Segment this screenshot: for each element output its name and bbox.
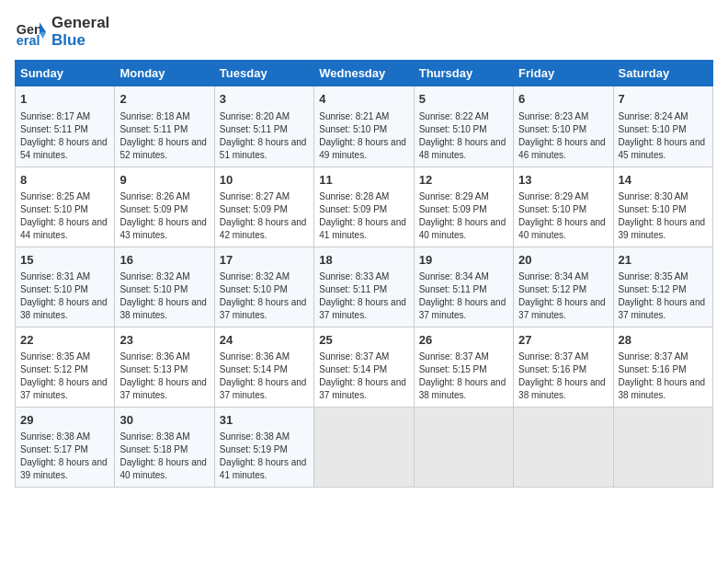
logo-line2: Blue xyxy=(51,32,109,50)
day-number: 8 xyxy=(20,172,109,189)
sunset-label: Sunset: 5:14 PM xyxy=(319,364,387,374)
sunset-label: Sunset: 5:12 PM xyxy=(619,284,687,294)
calendar-cell: 20 Sunrise: 8:34 AM Sunset: 5:12 PM Dayl… xyxy=(514,247,613,327)
sunrise-label: Sunrise: 8:38 AM xyxy=(119,431,189,442)
calendar-cell: 2 Sunrise: 8:18 AM Sunset: 5:11 PM Dayli… xyxy=(115,86,214,167)
sunrise-label: Sunrise: 8:34 AM xyxy=(419,271,489,282)
daylight-label: Daylight: 8 hours and 42 minutes. xyxy=(220,217,307,240)
sunrise-label: Sunrise: 8:32 AM xyxy=(220,271,290,282)
sunrise-label: Sunrise: 8:31 AM xyxy=(20,271,90,282)
sunset-label: Sunset: 5:10 PM xyxy=(419,124,487,134)
sunrise-label: Sunrise: 8:26 AM xyxy=(119,191,189,201)
calendar-cell: 8 Sunrise: 8:25 AM Sunset: 5:10 PM Dayli… xyxy=(16,167,115,247)
sunrise-label: Sunrise: 8:29 AM xyxy=(518,191,588,201)
sunset-label: Sunset: 5:10 PM xyxy=(619,204,687,214)
day-number: 15 xyxy=(20,252,109,269)
sunrise-label: Sunrise: 8:28 AM xyxy=(319,191,389,201)
calendar-cell: 5 Sunrise: 8:22 AM Sunset: 5:10 PM Dayli… xyxy=(414,86,513,167)
calendar-week-2: 8 Sunrise: 8:25 AM Sunset: 5:10 PM Dayli… xyxy=(16,167,713,247)
daylight-label: Daylight: 8 hours and 38 minutes. xyxy=(20,297,108,320)
calendar-cell: 25 Sunrise: 8:37 AM Sunset: 5:14 PM Dayl… xyxy=(314,327,414,407)
day-number: 19 xyxy=(419,252,508,269)
sunrise-label: Sunrise: 8:34 AM xyxy=(518,271,588,282)
day-number: 5 xyxy=(419,91,508,108)
day-number: 4 xyxy=(319,91,408,108)
calendar-week-5: 29 Sunrise: 8:38 AM Sunset: 5:17 PM Dayl… xyxy=(16,408,713,488)
sunset-label: Sunset: 5:09 PM xyxy=(220,204,288,214)
sunrise-label: Sunrise: 8:37 AM xyxy=(518,351,588,362)
calendar-cell: 14 Sunrise: 8:30 AM Sunset: 5:10 PM Dayl… xyxy=(613,167,712,247)
sunset-label: Sunset: 5:19 PM xyxy=(220,444,288,454)
calendar-cell: 22 Sunrise: 8:35 AM Sunset: 5:12 PM Dayl… xyxy=(16,327,115,407)
day-number: 1 xyxy=(20,91,109,108)
calendar-week-3: 15 Sunrise: 8:31 AM Sunset: 5:10 PM Dayl… xyxy=(16,247,713,327)
calendar-cell: 10 Sunrise: 8:27 AM Sunset: 5:09 PM Dayl… xyxy=(214,167,313,247)
calendar-cell: 4 Sunrise: 8:21 AM Sunset: 5:10 PM Dayli… xyxy=(314,86,414,167)
daylight-label: Daylight: 8 hours and 43 minutes. xyxy=(119,217,207,240)
daylight-label: Daylight: 8 hours and 37 minutes. xyxy=(619,297,706,320)
header-wednesday: Wednesday xyxy=(314,61,414,86)
daylight-label: Daylight: 8 hours and 39 minutes. xyxy=(20,457,108,480)
day-number: 12 xyxy=(419,172,508,189)
calendar-table: SundayMondayTuesdayWednesdayThursdayFrid… xyxy=(15,60,713,488)
header-friday: Friday xyxy=(514,61,613,86)
calendar-week-1: 1 Sunrise: 8:17 AM Sunset: 5:11 PM Dayli… xyxy=(16,86,713,167)
daylight-label: Daylight: 8 hours and 38 minutes. xyxy=(119,297,207,320)
calendar-cell: 1 Sunrise: 8:17 AM Sunset: 5:11 PM Dayli… xyxy=(16,86,115,167)
header-saturday: Saturday xyxy=(613,61,712,86)
daylight-label: Daylight: 8 hours and 44 minutes. xyxy=(20,217,108,240)
calendar-cell: 12 Sunrise: 8:29 AM Sunset: 5:09 PM Dayl… xyxy=(414,167,513,247)
sunrise-label: Sunrise: 8:30 AM xyxy=(619,191,688,201)
day-number: 29 xyxy=(20,412,109,429)
header-monday: Monday xyxy=(115,61,214,86)
day-number: 30 xyxy=(119,412,209,429)
calendar-cell: 26 Sunrise: 8:37 AM Sunset: 5:15 PM Dayl… xyxy=(414,327,513,407)
sunrise-label: Sunrise: 8:18 AM xyxy=(119,111,189,121)
daylight-label: Daylight: 8 hours and 37 minutes. xyxy=(518,297,606,320)
sunrise-label: Sunrise: 8:32 AM xyxy=(119,271,189,282)
calendar-cell xyxy=(314,408,414,488)
daylight-label: Daylight: 8 hours and 37 minutes. xyxy=(220,297,307,320)
calendar-cell: 17 Sunrise: 8:32 AM Sunset: 5:10 PM Dayl… xyxy=(214,247,313,327)
day-number: 18 xyxy=(319,252,408,269)
day-number: 31 xyxy=(220,412,309,429)
sunrise-label: Sunrise: 8:24 AM xyxy=(619,111,688,121)
day-number: 24 xyxy=(220,332,309,349)
sunset-label: Sunset: 5:10 PM xyxy=(518,124,586,134)
header-thursday: Thursday xyxy=(414,61,513,86)
day-number: 22 xyxy=(20,332,109,349)
sunset-label: Sunset: 5:09 PM xyxy=(119,204,188,214)
daylight-label: Daylight: 8 hours and 37 minutes. xyxy=(220,377,307,400)
calendar-cell xyxy=(613,408,712,488)
calendar-cell: 27 Sunrise: 8:37 AM Sunset: 5:16 PM Dayl… xyxy=(514,327,613,407)
calendar-cell: 21 Sunrise: 8:35 AM Sunset: 5:12 PM Dayl… xyxy=(613,247,712,327)
day-number: 17 xyxy=(220,252,309,269)
daylight-label: Daylight: 8 hours and 40 minutes. xyxy=(518,217,606,240)
sunset-label: Sunset: 5:10 PM xyxy=(319,124,387,134)
header-tuesday: Tuesday xyxy=(214,61,313,86)
day-number: 7 xyxy=(619,91,708,108)
sunrise-label: Sunrise: 8:37 AM xyxy=(619,351,688,362)
daylight-label: Daylight: 8 hours and 41 minutes. xyxy=(319,217,406,240)
logo: Gen eral General Blue xyxy=(15,15,109,49)
calendar-week-4: 22 Sunrise: 8:35 AM Sunset: 5:12 PM Dayl… xyxy=(16,327,713,407)
sunrise-label: Sunrise: 8:38 AM xyxy=(220,431,290,442)
calendar-cell: 9 Sunrise: 8:26 AM Sunset: 5:09 PM Dayli… xyxy=(115,167,214,247)
sunset-label: Sunset: 5:16 PM xyxy=(518,364,586,374)
calendar-cell: 31 Sunrise: 8:38 AM Sunset: 5:19 PM Dayl… xyxy=(214,408,313,488)
day-number: 25 xyxy=(319,332,408,349)
sunset-label: Sunset: 5:12 PM xyxy=(20,364,88,374)
daylight-label: Daylight: 8 hours and 48 minutes. xyxy=(419,137,506,160)
calendar-cell: 13 Sunrise: 8:29 AM Sunset: 5:10 PM Dayl… xyxy=(514,167,613,247)
day-number: 20 xyxy=(518,252,608,269)
day-number: 27 xyxy=(518,332,608,349)
daylight-label: Daylight: 8 hours and 38 minutes. xyxy=(619,377,706,400)
daylight-label: Daylight: 8 hours and 37 minutes. xyxy=(119,377,207,400)
daylight-label: Daylight: 8 hours and 37 minutes. xyxy=(319,297,406,320)
day-number: 6 xyxy=(518,91,608,108)
calendar-cell: 28 Sunrise: 8:37 AM Sunset: 5:16 PM Dayl… xyxy=(613,327,712,407)
sunrise-label: Sunrise: 8:37 AM xyxy=(419,351,489,362)
daylight-label: Daylight: 8 hours and 37 minutes. xyxy=(419,297,506,320)
daylight-label: Daylight: 8 hours and 37 minutes. xyxy=(319,377,406,400)
sunset-label: Sunset: 5:15 PM xyxy=(419,364,487,374)
